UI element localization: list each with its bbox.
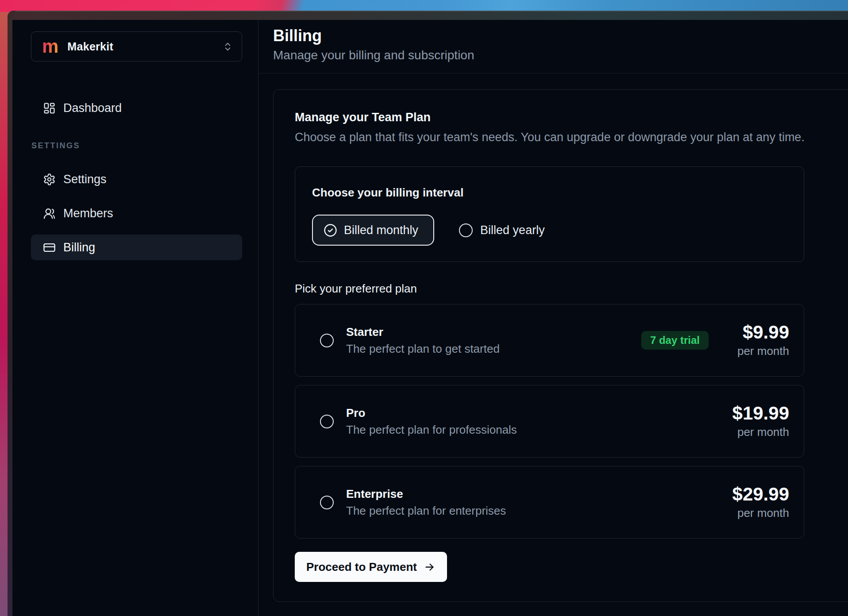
workspace-selector[interactable]: m Makerkit (31, 31, 242, 62)
sidebar-section-settings: SETTINGS (31, 141, 242, 150)
workspace-name: Makerkit (67, 40, 113, 53)
sidebar-item-label: Dashboard (63, 101, 122, 115)
billed-yearly-option[interactable]: Billed yearly (459, 223, 545, 237)
app-window: m Makerkit (8, 11, 848, 616)
plan-description: The perfect plan for enterprises (346, 503, 506, 519)
billing-interval-box: Choose your billing interval Billed mont… (295, 166, 804, 262)
window-titlebar[interactable] (12, 11, 848, 20)
plan-price: $29.99 (723, 485, 789, 504)
sidebar-item-label: Billing (63, 241, 95, 254)
plan-price: $19.99 (723, 404, 789, 423)
plan-name: Starter (346, 324, 500, 340)
plan-row-pro[interactable]: Pro The perfect plan for professionals $… (295, 385, 804, 458)
plan-name: Enterprise (346, 486, 506, 502)
trial-badge: 7 day trial (641, 331, 709, 350)
wallpaper-top-strip (0, 0, 848, 12)
plan-description: The perfect plan for professionals (346, 422, 517, 438)
sidebar-item-dashboard[interactable]: Dashboard (31, 96, 242, 120)
makerkit-logo-icon: m (42, 37, 58, 56)
billed-yearly-label: Billed yearly (480, 223, 545, 237)
proceed-to-payment-button[interactable]: Proceed to Payment (295, 552, 447, 582)
sidebar-item-members[interactable]: Members (31, 201, 242, 226)
plan-price: $9.99 (723, 323, 789, 342)
radio-circle-icon (459, 223, 473, 237)
sidebar-item-label: Members (63, 207, 113, 220)
sidebar: m Makerkit (12, 20, 258, 616)
page-subtitle: Manage your billing and subscription (273, 48, 836, 63)
sidebar-item-billing[interactable]: Billing (31, 235, 242, 260)
plan-period: per month (723, 425, 789, 439)
desktop-wallpaper: m Makerkit (0, 0, 848, 616)
plan-description: The perfect plan to get started (346, 341, 500, 357)
users-icon (43, 207, 56, 220)
plan-row-enterprise[interactable]: Enterprise The perfect plan for enterpri… (295, 466, 804, 539)
plan-picker-label: Pick your preferred plan (295, 281, 836, 296)
arrow-right-icon (424, 561, 436, 573)
page-header: Billing Manage your billing and subscrip… (258, 20, 848, 73)
dashboard-icon (43, 102, 56, 115)
plan-row-starter[interactable]: Starter The perfect plan to get started … (295, 304, 804, 377)
plan-radio[interactable] (320, 415, 334, 428)
billed-monthly-option[interactable]: Billed monthly (312, 215, 434, 246)
plan-name: Pro (346, 405, 517, 421)
chevrons-up-down-icon (223, 42, 233, 52)
credit-card-icon (43, 241, 56, 254)
check-circle-icon (324, 223, 337, 237)
card-subtitle: Choose a plan that fits your team's need… (295, 129, 836, 145)
plan-radio[interactable] (320, 496, 334, 509)
gear-icon (43, 173, 56, 186)
plan-radio[interactable] (320, 334, 334, 347)
billed-monthly-label: Billed monthly (344, 223, 418, 237)
proceed-to-payment-label: Proceed to Payment (306, 560, 417, 574)
billing-interval-title: Choose your billing interval (312, 185, 787, 200)
main-content: Billing Manage your billing and subscrip… (258, 20, 848, 616)
sidebar-item-settings[interactable]: Settings (31, 167, 242, 192)
plan-period: per month (723, 344, 789, 358)
card-title: Manage your Team Plan (295, 110, 836, 125)
sidebar-item-label: Settings (63, 173, 107, 186)
plan-period: per month (723, 506, 789, 520)
page-title: Billing (273, 26, 836, 46)
team-plan-card: Manage your Team Plan Choose a plan that… (273, 89, 848, 602)
